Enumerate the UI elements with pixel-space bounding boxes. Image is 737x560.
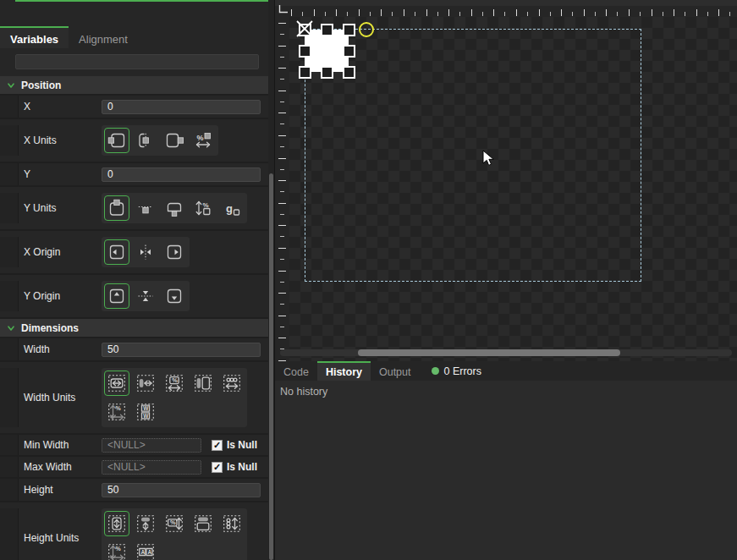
tab-alignment[interactable]: Alignment: [69, 26, 138, 48]
y-origin-top-button[interactable]: [104, 283, 129, 309]
property-control: %: [102, 125, 268, 156]
is-null-checkbox[interactable]: ✓: [212, 462, 223, 473]
is-null-checkbox[interactable]: ✓: [212, 440, 223, 451]
canvas-top-strip: [275, 0, 737, 6]
y-unit-center-button[interactable]: [133, 195, 158, 221]
section-title: Position: [21, 80, 61, 91]
property-row-width-units: Width Units%%WW: [0, 362, 268, 435]
rotation-pivot-icon[interactable]: [359, 22, 374, 37]
bottom-tab-code[interactable]: Code: [275, 361, 317, 381]
tab-variables[interactable]: Variables: [0, 26, 69, 48]
height-aspect-button[interactable]: %: [104, 540, 129, 560]
bottom-tab-output[interactable]: Output: [371, 361, 420, 381]
width-items-icon: [222, 373, 242, 393]
icon-button-group: [102, 281, 190, 311]
x-origin-right-button[interactable]: [162, 239, 187, 265]
y-origin-bottom-icon: [164, 286, 184, 306]
svg-text:%: %: [170, 519, 176, 526]
y-unit-percent-button[interactable]: %: [190, 195, 216, 221]
height-text-button[interactable]: AA: [133, 540, 158, 560]
height-value-input[interactable]: 50: [102, 483, 261, 497]
x-unit-right-icon: [164, 130, 184, 151]
canvas-hscrollbar[interactable]: [280, 349, 732, 356]
ui-editor-window: VariablesAlignment PositionX0X Units%Y0Y…: [0, 0, 737, 560]
width-window-button[interactable]: WW: [133, 399, 158, 425]
x-unit-left-icon: [107, 130, 127, 151]
design-canvas[interactable]: [275, 0, 737, 361]
width-fill-button[interactable]: [190, 371, 216, 396]
selection-handle[interactable]: [343, 66, 355, 79]
selection-handle[interactable]: [343, 45, 355, 58]
y-value-input[interactable]: 0: [102, 167, 261, 182]
canvas-artboard[interactable]: [289, 17, 737, 361]
x-value-input[interactable]: 0: [102, 100, 261, 114]
y-origin-bottom-button[interactable]: [162, 283, 187, 309]
height-percent-button[interactable]: %: [162, 511, 187, 536]
width-fixed-button[interactable]: [104, 371, 129, 396]
selection-handle[interactable]: [321, 24, 333, 36]
width-window-icon: WW: [135, 402, 156, 422]
canvas-hscrollbar-thumb[interactable]: [358, 349, 620, 356]
svg-text:A: A: [140, 549, 145, 555]
row-gutter: [0, 96, 19, 118]
height-fill-button[interactable]: [190, 511, 216, 536]
y-unit-glyph-button[interactable]: g: [219, 195, 245, 221]
y-origin-top-icon: [107, 286, 127, 306]
width-value-input[interactable]: 50: [102, 343, 261, 357]
property-control: %%AA: [102, 508, 268, 560]
y-unit-top-button[interactable]: [104, 195, 129, 221]
inspector-tabs: VariablesAlignment: [0, 26, 138, 48]
section-header-dimensions[interactable]: Dimensions: [0, 319, 268, 338]
filter-input[interactable]: [15, 54, 259, 69]
error-status: 0 Errors: [432, 361, 481, 381]
inspector-scrollbar[interactable]: [268, 0, 274, 560]
property-row-y: Y0: [0, 163, 268, 187]
property-label: Height Units: [19, 532, 102, 544]
width-items-button[interactable]: [219, 371, 245, 396]
property-row-y-units: Y Units%g: [0, 187, 268, 231]
x-unit-left-button[interactable]: [104, 128, 129, 153]
height-items-button[interactable]: [219, 511, 245, 536]
selection-handle[interactable]: [299, 66, 311, 79]
width-content-icon: [135, 373, 156, 393]
selection-handle[interactable]: [343, 24, 355, 36]
height-content-button[interactable]: [133, 511, 158, 536]
property-label: X: [19, 101, 102, 113]
y-origin-middle-button[interactable]: [133, 283, 158, 309]
svg-text:g: g: [226, 202, 233, 215]
x-origin-left-button[interactable]: [104, 239, 129, 265]
property-row-width: Width50: [0, 338, 268, 362]
x-unit-right-button[interactable]: [162, 128, 187, 153]
svg-text:%: %: [172, 376, 178, 384]
section-header-position[interactable]: Position: [0, 76, 268, 96]
height-fixed-button[interactable]: [104, 511, 129, 536]
width-percent-button[interactable]: %: [162, 371, 187, 396]
history-empty-text: No history: [275, 381, 737, 403]
min-width-value-input[interactable]: <NULL>: [102, 438, 201, 453]
selection-handle[interactable]: [321, 66, 333, 79]
row-gutter: [0, 479, 19, 501]
x-origin-center-button[interactable]: [133, 239, 158, 265]
y-origin-middle-icon: [135, 286, 156, 306]
max-width-value-input[interactable]: <NULL>: [102, 460, 201, 475]
bottom-tab-history[interactable]: History: [317, 361, 371, 381]
ruler-horizontal: [289, 6, 737, 17]
inspector-scrollbar-thumb[interactable]: [269, 173, 273, 560]
property-control: %%WW: [102, 368, 268, 427]
origin-cross-icon: [294, 18, 316, 40]
height-text-icon: AA: [135, 542, 156, 560]
row-gutter: [0, 368, 19, 427]
height-fill-icon: [193, 513, 213, 534]
property-control: <NULL>✓Is Null: [102, 438, 268, 453]
property-control: [102, 281, 268, 311]
width-aspect-button[interactable]: %: [104, 399, 129, 425]
selection-handle[interactable]: [299, 45, 311, 58]
property-control: 0: [102, 100, 268, 114]
x-unit-percent-button[interactable]: %: [190, 128, 216, 153]
property-row-min-width: Min Width<NULL>✓Is Null: [0, 435, 268, 457]
y-unit-bottom-button[interactable]: [162, 195, 187, 221]
width-content-button[interactable]: [133, 371, 158, 396]
ruler-vertical: [275, 17, 289, 361]
x-unit-center-button[interactable]: [133, 128, 158, 153]
property-label: Y Units: [19, 202, 102, 214]
